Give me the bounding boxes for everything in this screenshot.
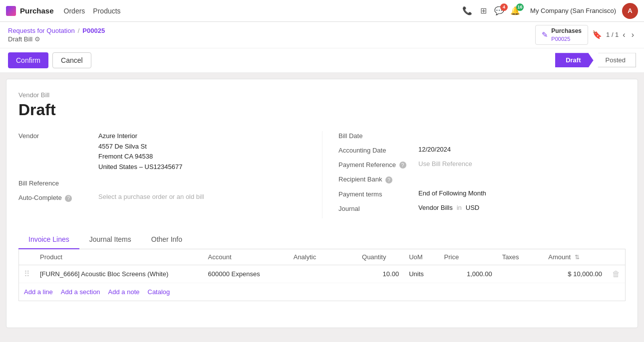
table-row: ⠿ [FURN_6666] Acoustic Bloc Screens (Whi…	[19, 265, 625, 283]
breadcrumb-left: Requests for Quotation / P00025 Draft Bi…	[8, 27, 105, 43]
taxes-cell[interactable]	[497, 265, 544, 283]
settings-icon[interactable]: ⚙	[34, 35, 40, 43]
journal-value-area: Vendor Bills in USD	[418, 204, 479, 211]
th-amount: Amount ⇅	[543, 249, 607, 265]
th-taxes: Taxes	[497, 249, 544, 265]
user-avatar[interactable]: A	[622, 3, 638, 19]
payment-reference-input[interactable]: Use Bill Reference	[418, 160, 472, 168]
drag-handle-icon[interactable]: ⠿	[24, 270, 30, 278]
bookmark-icon[interactable]: 🔖	[592, 30, 602, 39]
bill-date-label: Bill Date	[338, 131, 418, 140]
journal-label: Journal	[338, 204, 418, 212]
draft-bill-label: Draft Bill	[8, 35, 32, 43]
add-actions-bar: Add a line Add a section Add a note Cata…	[19, 283, 625, 301]
accounting-date-field: Accounting Date 12/20/2024	[338, 146, 626, 154]
add-note-link[interactable]: Add a note	[108, 288, 140, 296]
tab-journal-items[interactable]: Journal Items	[79, 230, 141, 249]
payment-reference-help-icon[interactable]: ?	[399, 162, 406, 169]
form-grid: Vendor Azure Interior 4557 De Silva St F…	[18, 131, 626, 218]
bill-reference-field: Bill Reference	[18, 178, 306, 187]
vendor-addr3: United States – US12345677	[98, 162, 182, 172]
app-logo	[6, 6, 16, 16]
record-pager: 1 / 1 ‹ ›	[606, 29, 636, 40]
purchases-btn-sub: P00025	[551, 35, 570, 42]
recipient-bank-label: Recipient Bank ?	[338, 174, 418, 183]
price-cell[interactable]: 1,000.00	[439, 265, 497, 283]
bell-badge: 16	[516, 3, 524, 11]
bill-reference-label: Bill Reference	[18, 178, 98, 187]
th-analytic: Analytic	[289, 249, 357, 265]
auto-complete-field: Auto-Complete ? Select a purchase order …	[18, 193, 306, 202]
breadcrumb-bar: Requests for Quotation / P00025 Draft Bi…	[0, 22, 644, 48]
payment-terms-value[interactable]: End of Following Month	[418, 189, 486, 197]
auto-complete-help-icon[interactable]: ?	[65, 195, 72, 202]
recipient-bank-input[interactable]	[418, 174, 488, 182]
th-actions	[607, 249, 625, 265]
breadcrumb-link-2[interactable]: P00025	[82, 27, 105, 34]
drag-handle-cell: ⠿	[19, 265, 35, 283]
delete-row-icon[interactable]: 🗑	[612, 270, 620, 278]
status-draft[interactable]: Draft	[555, 53, 593, 67]
page-footer: Terms and Conditions Untaxed Amount: $ 1…	[0, 336, 644, 342]
confirm-button[interactable]: Confirm	[8, 52, 48, 68]
payment-reference-field: Payment Reference ? Use Bill Reference	[338, 160, 626, 169]
nav-orders[interactable]: Orders	[64, 7, 85, 15]
tab-invoice-lines[interactable]: Invoice Lines	[18, 230, 79, 249]
breadcrumb-right: ✎ Purchases P00025 🔖 1 / 1 ‹ ›	[535, 25, 636, 45]
nav-right-area: 📞 ⊞ 💬 4 🔔 16 My Company (San Francisco) …	[462, 3, 638, 19]
company-name: My Company (San Francisco)	[530, 7, 616, 14]
nav-products[interactable]: Products	[93, 7, 120, 15]
purchases-btn-label: Purchases	[551, 27, 582, 35]
uom-cell[interactable]: Units	[404, 265, 439, 283]
th-drag	[19, 249, 35, 265]
top-navigation: Purchase Orders Products 📞 ⊞ 💬 4 🔔 16 My…	[0, 0, 644, 22]
chat-badge: 4	[500, 3, 508, 11]
chat-icon-btn[interactable]: 💬 4	[494, 6, 504, 16]
analytic-cell[interactable]	[289, 265, 357, 283]
add-line-link[interactable]: Add a line	[24, 288, 53, 296]
bell-icon-btn[interactable]: 🔔 16	[510, 6, 520, 16]
accounting-date-value[interactable]: 12/20/2024	[418, 146, 451, 153]
journal-field: Journal Vendor Bills in USD	[338, 204, 626, 212]
payment-terms-field: Payment terms End of Following Month	[338, 189, 626, 198]
main-content: Vendor Bill Draft Vendor Azure Interior …	[6, 79, 638, 328]
cancel-button[interactable]: Cancel	[52, 52, 91, 68]
prev-record-button[interactable]: ‹	[621, 29, 627, 40]
next-record-button[interactable]: ›	[630, 29, 636, 40]
th-product: Product	[35, 249, 203, 265]
bill-reference-input[interactable]	[98, 178, 198, 186]
avatar-initials: A	[628, 7, 632, 14]
purchases-button[interactable]: ✎ Purchases P00025	[535, 25, 588, 45]
phone-icon-btn[interactable]: 📞	[462, 6, 472, 16]
recipient-bank-field: Recipient Bank ?	[338, 174, 626, 183]
payment-terms-label: Payment terms	[338, 189, 418, 198]
vendor-addr1: 4557 De Silva St	[98, 142, 182, 152]
action-buttons: Confirm Cancel	[8, 52, 91, 68]
bill-date-input[interactable]	[418, 131, 488, 139]
auto-complete-input[interactable]: Select a purchase order or an old bill	[98, 193, 204, 200]
status-posted[interactable]: Posted	[594, 53, 636, 67]
tab-other-info[interactable]: Other Info	[141, 230, 192, 249]
recipient-bank-help-icon[interactable]: ?	[385, 176, 392, 183]
catalog-link[interactable]: Catalog	[148, 288, 170, 296]
phone-icon: 📞	[462, 6, 472, 16]
vendor-bill-label: Vendor Bill	[18, 91, 626, 99]
app-title[interactable]: Purchase	[20, 6, 54, 15]
vendor-name: Azure Interior	[98, 131, 182, 142]
grid-icon: ⊞	[478, 6, 488, 16]
journal-value[interactable]: Vendor Bills	[418, 204, 453, 211]
add-section-link[interactable]: Add a section	[61, 288, 100, 296]
breadcrumb-link-1[interactable]: Requests for Quotation	[8, 27, 75, 34]
accounting-date-label: Accounting Date	[338, 146, 418, 154]
form-right: Bill Date Accounting Date 12/20/2024 Pay…	[322, 131, 626, 218]
account-cell[interactable]: 600000 Expenses	[203, 265, 289, 283]
amount-sort-icon[interactable]: ⇅	[575, 254, 580, 261]
grid-icon-btn[interactable]: ⊞	[478, 6, 488, 16]
quantity-cell[interactable]: 10.00	[357, 265, 404, 283]
journal-currency[interactable]: USD	[466, 204, 479, 211]
product-cell[interactable]: [FURN_6666] Acoustic Bloc Screens (White…	[35, 265, 203, 283]
invoice-lines-table: Product Account Analytic Quantity UoM Pr…	[19, 249, 625, 283]
auto-complete-label: Auto-Complete ?	[18, 193, 98, 202]
draft-title: Draft	[18, 101, 626, 119]
tab-content-invoice-lines: Product Account Analytic Quantity UoM Pr…	[18, 249, 626, 301]
